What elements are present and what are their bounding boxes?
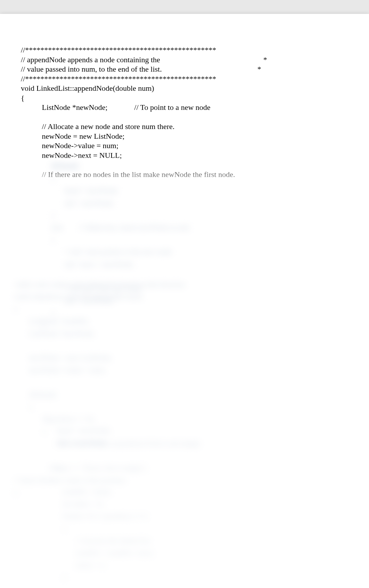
code-line: newNode->value = num;	[21, 141, 118, 150]
code-line: {	[21, 94, 25, 102]
code-line: // value passed into num, to the end of …	[21, 65, 261, 73]
document-page: //**************************************…	[0, 14, 369, 588]
code-line: // appendNode appends a node containing …	[21, 55, 267, 64]
obscured-code-block: head = newNode; tail = newNode; else { n…	[42, 424, 195, 588]
code-line: newNode = new ListNode;	[21, 132, 124, 140]
code-line: // If there are no nodes in the list mak…	[21, 170, 235, 179]
code-line: void LinkedList::appendNode(double num)	[21, 84, 154, 92]
code-block: //**************************************…	[21, 45, 348, 179]
code-line: //**************************************…	[21, 46, 216, 54]
code-line: ListNode *newNode; // To point to a new …	[21, 103, 211, 112]
code-line: newNode->next = NULL;	[21, 151, 122, 160]
code-line: //**************************************…	[21, 74, 216, 83]
code-line: // Allocate a new node and store num the…	[21, 122, 174, 131]
